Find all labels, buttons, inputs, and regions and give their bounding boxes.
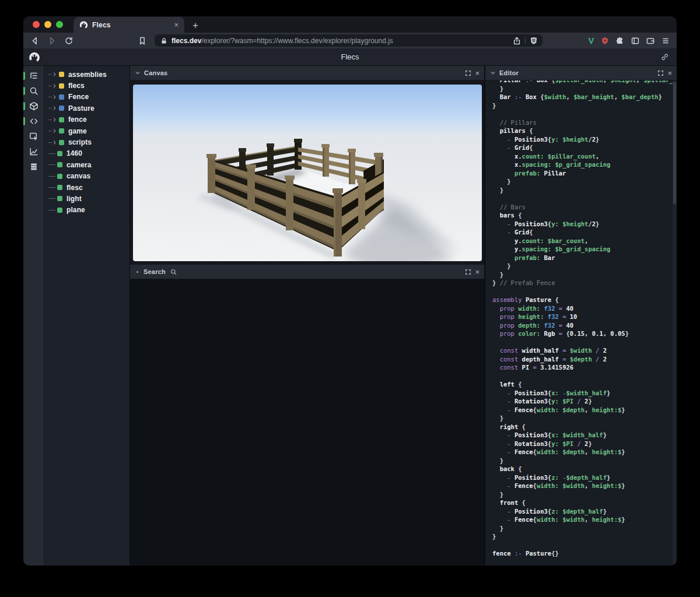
tree-item-canvas[interactable]: canvas bbox=[44, 171, 130, 182]
fullscreen-icon[interactable] bbox=[465, 70, 471, 76]
tree-item-camera[interactable]: camera bbox=[44, 159, 130, 170]
panel-bullet-icon[interactable] bbox=[136, 271, 138, 273]
code-line: back { bbox=[492, 465, 668, 473]
share-link-icon[interactable] bbox=[660, 52, 669, 61]
editor-body[interactable]: Pillar :- Box {$pillar_width, $height, $… bbox=[485, 80, 677, 566]
tree-item-label: plane bbox=[66, 206, 85, 214]
entity-color-swatch bbox=[57, 208, 62, 213]
tree-item-plane[interactable]: plane bbox=[44, 205, 130, 216]
tree-item-light[interactable]: light bbox=[44, 193, 130, 204]
url-bar[interactable]: flecs.dev/explorer/?wasm=https://www.fle… bbox=[155, 34, 542, 47]
browser-tab[interactable]: Flecs × bbox=[74, 17, 184, 33]
code-line: - Position3{z: $depth_half} bbox=[492, 507, 668, 516]
close-panel-icon[interactable]: × bbox=[475, 268, 480, 276]
canvas-panel: Canvas × bbox=[130, 66, 484, 265]
fullscreen-icon[interactable] bbox=[657, 70, 664, 76]
entity-color-swatch bbox=[59, 72, 64, 77]
lock-icon bbox=[160, 37, 167, 44]
tree-item-flesc[interactable]: flesc bbox=[44, 182, 130, 193]
entity-color-swatch bbox=[59, 117, 64, 122]
tree-item-game[interactable]: game bbox=[44, 125, 130, 136]
editor-panel-header: Editor × bbox=[485, 66, 677, 80]
zoom-window-button[interactable] bbox=[56, 21, 63, 28]
code-line: } bbox=[492, 524, 668, 533]
code-line: - Position3{x: $width_half} bbox=[492, 431, 668, 440]
fullscreen-icon[interactable] bbox=[465, 269, 471, 275]
menu-icon[interactable] bbox=[662, 37, 670, 45]
code-line bbox=[492, 372, 668, 381]
forward-button-icon[interactable] bbox=[47, 36, 57, 45]
expand-chevron-icon[interactable] bbox=[52, 94, 57, 100]
active-indicator bbox=[23, 72, 25, 80]
rail-canvas-3d-icon[interactable] bbox=[23, 99, 44, 114]
expand-chevron-icon[interactable] bbox=[52, 128, 57, 134]
tree-item-fence[interactable]: fence bbox=[44, 114, 130, 125]
chevron-down-icon[interactable] bbox=[135, 70, 141, 76]
canvas-panel-header: Canvas × bbox=[130, 66, 484, 80]
tree-item-Fence[interactable]: Fence bbox=[44, 92, 130, 103]
canvas-3d-viewport[interactable] bbox=[133, 85, 482, 261]
rail-query-search-icon[interactable] bbox=[23, 83, 44, 99]
rail-entity-tree-icon[interactable] bbox=[23, 68, 44, 83]
minimize-window-button[interactable] bbox=[44, 21, 51, 28]
chevron-down-icon[interactable] bbox=[490, 70, 496, 76]
code-line: - Grid{ bbox=[492, 228, 668, 237]
scrollbar-thumb[interactable] bbox=[673, 82, 676, 204]
sidebar-toggle-icon[interactable] bbox=[631, 37, 639, 45]
code-line: const depth_half = $depth / 2 bbox=[492, 355, 668, 364]
code-line: left { bbox=[492, 380, 668, 389]
close-panel-icon[interactable]: × bbox=[475, 69, 480, 77]
expand-chevron-icon[interactable] bbox=[52, 140, 57, 145]
tab-close-button[interactable]: × bbox=[173, 20, 180, 29]
editor-scrollbar[interactable] bbox=[673, 80, 677, 566]
wallet-icon[interactable] bbox=[646, 37, 654, 45]
code-line: assembly Pasture { bbox=[492, 296, 668, 304]
search-icon bbox=[170, 269, 177, 275]
code-line bbox=[492, 194, 668, 203]
bookmark-icon[interactable] bbox=[138, 36, 147, 45]
rail-inspector-icon[interactable] bbox=[23, 129, 44, 144]
share-icon[interactable] bbox=[513, 37, 521, 45]
code-line: // Bars bbox=[492, 203, 668, 212]
code-line: prop color: Rgb = {0.15, 0.1, 0.05} bbox=[492, 329, 668, 338]
tree-item-flecs[interactable]: flecs bbox=[44, 80, 130, 91]
close-window-button[interactable] bbox=[33, 21, 40, 28]
entity-color-swatch bbox=[59, 83, 64, 89]
tree-item-scripts[interactable]: scripts bbox=[44, 136, 130, 148]
tree-item-label: 1460 bbox=[66, 149, 82, 157]
expand-chevron-icon[interactable] bbox=[52, 72, 57, 77]
url-divider bbox=[525, 37, 526, 44]
expand-chevron-icon[interactable] bbox=[52, 83, 57, 89]
new-tab-button[interactable]: + bbox=[192, 20, 198, 30]
vue-devtools-icon[interactable]: V bbox=[589, 36, 594, 45]
extension-red-hex-icon[interactable] bbox=[601, 37, 609, 45]
tree-item-assemblies[interactable]: assemblies bbox=[44, 69, 130, 80]
back-button-icon[interactable] bbox=[30, 36, 40, 45]
tree-item-label: scripts bbox=[68, 138, 92, 146]
code-line bbox=[492, 338, 668, 347]
code-line: } bbox=[492, 177, 668, 186]
main-area: assembliesflecsFencePasturefencegamescri… bbox=[23, 66, 677, 566]
rail-script-editor-icon[interactable] bbox=[23, 114, 44, 129]
code-line: - Position3{y: $height/2} bbox=[492, 135, 668, 144]
rail-archetypes-icon[interactable] bbox=[23, 159, 44, 174]
desktop-background: Flecs × + flecs.dev/explorer/?wasm=https… bbox=[0, 0, 700, 597]
expand-chevron-icon[interactable] bbox=[52, 117, 57, 122]
tree-item-label: Pasture bbox=[68, 104, 94, 113]
tab-favicon-icon bbox=[79, 20, 88, 29]
code-line: const PI = 3.1415926 bbox=[492, 363, 668, 372]
tree-item-label: fence bbox=[68, 115, 87, 124]
code-line: } // Prefab Fence bbox=[492, 279, 668, 287]
code-editor[interactable]: Pillar :- Box {$pillar_width, $height, $… bbox=[485, 80, 677, 558]
code-line bbox=[492, 287, 668, 296]
tree-item-1460[interactable]: 1460 bbox=[44, 148, 130, 159]
rail-statistics-icon[interactable] bbox=[23, 144, 44, 159]
extensions-puzzle-icon[interactable] bbox=[616, 37, 624, 45]
code-line: prop height: f32 = 10 bbox=[492, 312, 668, 321]
tree-item-Pasture[interactable]: Pasture bbox=[44, 103, 130, 114]
reload-button-icon[interactable] bbox=[64, 36, 74, 45]
app-header: Flecs bbox=[23, 48, 677, 66]
brave-shield-icon[interactable] bbox=[530, 37, 538, 45]
expand-chevron-icon[interactable] bbox=[52, 106, 57, 111]
close-panel-icon[interactable]: × bbox=[667, 69, 672, 77]
